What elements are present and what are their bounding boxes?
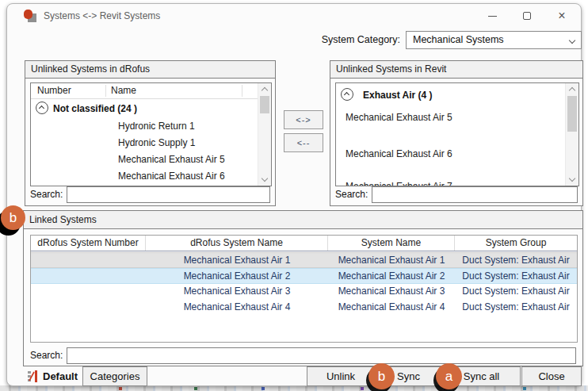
maximize-icon xyxy=(523,12,531,20)
screenshot-root: Systems <-> Revit Systems × System Categ… xyxy=(0,0,588,391)
default-label: Default xyxy=(43,370,78,382)
noise-speck xyxy=(194,387,197,390)
noise-speck xyxy=(119,387,122,390)
list-item[interactable]: Mechanical Exhaust Air 6 xyxy=(346,148,452,159)
chevron-down-icon xyxy=(569,175,575,182)
chevron-up-icon xyxy=(262,87,268,94)
cell-number xyxy=(31,284,146,300)
cell-system-name: Mechanical Exhaust Air 3 xyxy=(328,284,455,300)
table-row[interactable]: Mechanical Exhaust Air 1 Mechanical Exha… xyxy=(31,252,577,268)
revit-search-input[interactable] xyxy=(372,186,578,203)
cell-system-name: Mechanical Exhaust Air 4 xyxy=(328,300,455,316)
chevron-down-icon xyxy=(569,37,575,44)
systems-revit-dialog: Systems <-> Revit Systems × System Categ… xyxy=(6,3,582,386)
drofus-panel: Unlinked Systems in dRofus Number Name N… xyxy=(25,60,276,206)
revit-group-header[interactable]: Exhaust Air (4 ) xyxy=(363,90,433,101)
column-separator[interactable] xyxy=(242,85,242,97)
list-item[interactable]: Mechanical Exhaust Air 6 xyxy=(118,171,225,182)
drofus-search-input[interactable] xyxy=(67,186,270,203)
search-label: Search: xyxy=(30,350,67,361)
annotation-badge-b-linked: b xyxy=(1,205,25,230)
default-control[interactable]: Default xyxy=(27,366,78,386)
list-item[interactable]: Hydronic Supply 1 xyxy=(118,137,195,148)
drofus-app-icon xyxy=(23,9,37,23)
group-collapse-toggle[interactable] xyxy=(341,88,353,101)
chevron-up-icon xyxy=(569,87,575,94)
link-transfer-button[interactable]: <-> xyxy=(284,110,323,129)
background-app-strip xyxy=(0,385,588,391)
list-item[interactable]: Mechanical Exhaust Air 5 xyxy=(346,112,452,123)
drofus-list[interactable]: Number Name Not classified (24 ) Hydroni… xyxy=(30,82,272,186)
table-row[interactable]: Mechanical Exhaust Air 4 Mechanical Exha… xyxy=(31,300,577,316)
list-item[interactable]: Hydronic Return 1 xyxy=(118,121,195,132)
scrollbar[interactable] xyxy=(258,83,271,186)
linked-systems-panel: Linked Systems dRofus System Number dRof… xyxy=(23,210,583,366)
cell-number xyxy=(31,253,146,269)
search-label: Search: xyxy=(335,189,372,200)
scroll-down-button[interactable] xyxy=(566,174,578,186)
column-header-name[interactable]: Name xyxy=(111,85,136,96)
cell-drofus-name: Mechanical Exhaust Air 3 xyxy=(146,284,328,300)
noise-speck xyxy=(361,387,364,390)
revit-list[interactable]: Exhaust Air (4 ) Mechanical Exhaust Air … xyxy=(335,82,579,186)
cell-drofus-name: Mechanical Exhaust Air 1 xyxy=(146,253,328,269)
window-title: Systems <-> Revit Systems xyxy=(44,10,160,21)
default-settings-icon xyxy=(27,370,39,383)
cell-drofus-name: Mechanical Exhaust Air 2 xyxy=(146,269,328,285)
linked-table-header: dRofus System Number dRofus System Name … xyxy=(31,236,577,251)
noise-speck xyxy=(262,387,265,390)
linked-search-input[interactable] xyxy=(67,347,576,364)
cell-drofus-name: Mechanical Exhaust Air 4 xyxy=(146,300,328,316)
cell-system-group: Duct System: Exhaust Air xyxy=(455,253,577,269)
close-window-button[interactable]: × xyxy=(544,4,579,28)
cell-system-name: Mechanical Exhaust Air 2 xyxy=(328,269,455,285)
drofus-column-headers: Number Name xyxy=(31,83,258,99)
column-header-number[interactable]: Number xyxy=(37,85,71,96)
scrollbar-thumb[interactable] xyxy=(260,96,269,113)
title-bar[interactable]: Systems <-> Revit Systems × xyxy=(7,4,581,28)
column-header[interactable]: System Group xyxy=(455,236,577,251)
scroll-up-button[interactable] xyxy=(258,83,271,95)
unlink-transfer-button[interactable]: <-- xyxy=(284,133,323,152)
noise-speck xyxy=(523,387,526,390)
close-icon: × xyxy=(558,10,565,22)
revit-panel-title: Unlinked Systems in Revit xyxy=(330,61,582,79)
maximize-button[interactable] xyxy=(510,4,544,28)
scroll-up-button[interactable] xyxy=(566,83,578,95)
linked-systems-table[interactable]: dRofus System Number dRofus System Name … xyxy=(30,235,578,343)
minimize-icon xyxy=(488,16,497,17)
column-header[interactable]: System Name xyxy=(328,236,455,251)
group-collapse-toggle[interactable] xyxy=(36,102,48,114)
categories-button[interactable]: Categories xyxy=(82,366,147,386)
table-row[interactable]: Mechanical Exhaust Air 2 Mechanical Exha… xyxy=(31,268,577,284)
cell-system-group: Duct System: Exhaust Air xyxy=(455,284,577,300)
scrollbar[interactable] xyxy=(565,83,578,186)
system-category-value: Mechanical Systems xyxy=(413,34,504,45)
column-separator[interactable] xyxy=(105,85,106,97)
cell-system-name: Mechanical Exhaust Air 1 xyxy=(328,253,455,269)
chevron-up-icon xyxy=(344,92,349,98)
cell-number xyxy=(31,300,146,316)
system-category-label: System Category: xyxy=(311,34,400,45)
column-header[interactable]: dRofus System Name xyxy=(146,236,328,251)
column-header[interactable]: dRofus System Number xyxy=(31,236,146,251)
linked-systems-title: Linked Systems xyxy=(24,211,582,229)
annotation-badge-a-sync-all: a xyxy=(436,363,462,389)
chevron-up-icon xyxy=(39,105,44,111)
close-button[interactable]: Close xyxy=(521,366,582,386)
cell-system-group: Duct System: Exhaust Air xyxy=(455,300,577,316)
scroll-down-button[interactable] xyxy=(258,174,271,186)
scrollbar-thumb[interactable] xyxy=(567,96,577,132)
system-category-dropdown[interactable]: Mechanical Systems xyxy=(406,31,582,49)
search-label: Search: xyxy=(30,189,67,200)
unlink-button[interactable]: Unlink xyxy=(307,366,375,386)
minimize-button[interactable] xyxy=(475,4,510,28)
chevron-down-icon xyxy=(262,175,268,182)
table-row[interactable]: Mechanical Exhaust Air 3 Mechanical Exha… xyxy=(31,284,577,300)
list-item[interactable]: Mechanical Exhaust Air 5 xyxy=(118,154,225,165)
revit-panel: Unlinked Systems in Revit Exhaust Air (4… xyxy=(330,60,583,206)
cell-number xyxy=(31,269,146,285)
drofus-group-header[interactable]: Not classified (24 ) xyxy=(53,103,137,114)
annotation-badge-b-sync: b xyxy=(368,363,395,389)
cell-system-group: Duct System: Exhaust Air xyxy=(455,269,577,285)
